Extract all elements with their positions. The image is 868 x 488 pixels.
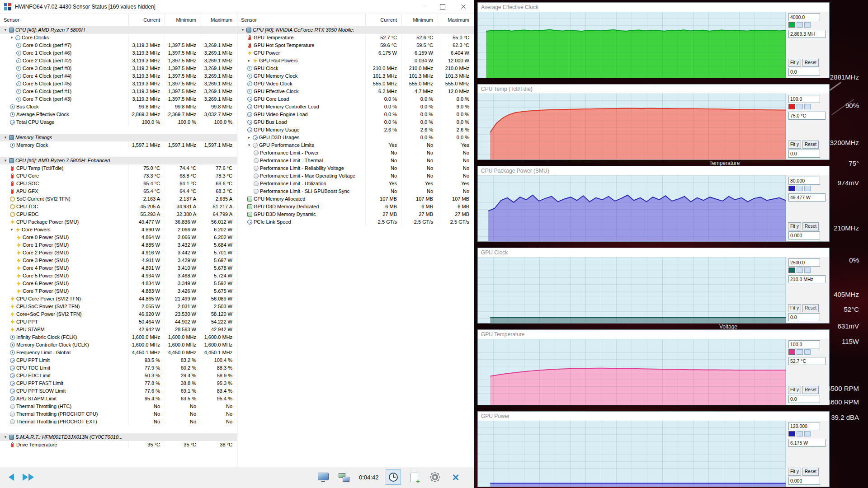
- settings-button[interactable]: [427, 469, 443, 485]
- sensor-row[interactable]: CPU PPT Limit93.5 %83.2 %100.4 %: [0, 357, 237, 364]
- scale-max-input[interactable]: 100.0: [788, 95, 820, 103]
- reset-button[interactable]: Reset: [802, 468, 819, 476]
- sensor-row[interactable]: Core 5 Power (SMU)4.934 W3.468 W5.724 W: [0, 272, 237, 280]
- prev-sensor-button[interactable]: [5, 470, 18, 484]
- scale-min-input[interactable]: 0.0: [788, 313, 820, 321]
- panel-option-button[interactable]: [804, 22, 811, 28]
- sensor-row[interactable]: Bus Clock99.8 MHz99.8 MHz99.8 MHz: [0, 103, 237, 111]
- sensor-group-header[interactable]: ▾GPU [#0]: NVIDIA GeForce RTX 3050 Mobil…: [237, 26, 474, 34]
- sensor-row[interactable]: CPU PPT FAST Limit77.8 %38.8 %95.3 %: [0, 380, 237, 387]
- sensor-row[interactable]: CPU EDC Limit50.3 %29.4 %58.9 %: [0, 372, 237, 380]
- collapse-icon[interactable]: ▾: [3, 134, 8, 141]
- sensor-row[interactable]: Performance Limit - SLI GPUBoost SyncNoN…: [237, 188, 474, 195]
- sensor-row[interactable]: CPU Core Power (SVI2 TFN)44.865 W21.499 …: [0, 295, 237, 303]
- panel-option-button[interactable]: [797, 104, 803, 109]
- collapse-icon[interactable]: ▾: [9, 226, 14, 234]
- sensor-row[interactable]: Memory Clock1,597.1 MHz1,597.1 MHz1,597.…: [0, 141, 237, 149]
- col-current[interactable]: Current: [365, 14, 401, 26]
- col-minimum[interactable]: Minimum: [401, 14, 438, 26]
- sensor-row[interactable]: GPU D3D Memory Dedicated6 MB6 MB6 MB: [237, 203, 474, 211]
- sensor-row[interactable]: Core 3 Clock (perf #8)3,119.3 MHz1,397.5…: [0, 65, 237, 72]
- fit-y-button[interactable]: Fit y: [788, 141, 801, 149]
- expand-icon[interactable]: ▸: [246, 134, 252, 141]
- scale-min-input[interactable]: 0.0: [788, 395, 820, 403]
- col-sensor[interactable]: Sensor: [0, 14, 128, 26]
- sensor-row[interactable]: GPU Video Engine Load0.0 %0.0 %0.0 %: [237, 111, 474, 118]
- titlebar[interactable]: HWiNFO64 v7.02-4430 Sensor Status [169 v…: [0, 0, 474, 14]
- reset-button[interactable]: Reset: [802, 386, 819, 394]
- maximize-button[interactable]: [432, 0, 453, 14]
- remote-monitoring-button[interactable]: [336, 469, 352, 485]
- collapse-icon[interactable]: ▾: [3, 433, 8, 441]
- sensor-row[interactable]: APU STAPM Limit95.4 %63.5 %95.4 %: [0, 395, 237, 403]
- sensor-row[interactable]: Infinity Fabric Clock (FCLK)1,600.0 MHz1…: [0, 333, 237, 341]
- col-current[interactable]: Current: [128, 14, 165, 26]
- sensor-row[interactable]: PCIe Link Speed2.5 GT/s2.5 GT/s2.5 GT/s: [237, 218, 474, 226]
- sensor-row[interactable]: GPU Core Load0.0 %0.0 %0.0 %: [237, 95, 474, 103]
- panel-option-button[interactable]: [797, 267, 803, 273]
- system-summary-button[interactable]: [316, 469, 331, 485]
- fit-y-button[interactable]: Fit y: [788, 304, 801, 312]
- sensor-row[interactable]: ▾Core Powers4.890 W2.066 W6.202 W: [0, 226, 237, 234]
- sensor-row[interactable]: Core 0 Power (SMU)4.864 W2.066 W6.202 W: [0, 234, 237, 241]
- panel-option-button[interactable]: [804, 431, 811, 436]
- sensor-row[interactable]: Average Effective Clock2,869.3 MHz2,369.…: [0, 111, 237, 118]
- sensor-group-header[interactable]: ▾CPU [#0]: AMD Ryzen 7 5800H: Enhanced: [0, 157, 237, 164]
- sensor-row[interactable]: CPU EDC55.293 A32.380 A64.799 A: [0, 211, 237, 218]
- sensor-row[interactable]: GPU Clock210.0 MHz210.0 MHz210.0 MHz: [237, 65, 474, 72]
- scale-max-input[interactable]: 100.0: [788, 340, 820, 348]
- sensor-row[interactable]: Performance Limit - Max Operating Voltag…: [237, 172, 474, 180]
- panel-option-button[interactable]: [804, 349, 811, 355]
- panel-option-button[interactable]: [804, 104, 811, 109]
- sensor-row[interactable]: GPU Memory Allocated107 MB107 MB107 MB: [237, 195, 474, 203]
- fit-y-button[interactable]: Fit y: [788, 222, 801, 230]
- sensor-row[interactable]: GPU Memory Usage2.6 %2.6 %2.6 %: [237, 126, 474, 134]
- sensor-row[interactable]: Core 1 Power (SMU)4.885 W3.432 W5.684 W: [0, 241, 237, 249]
- series-color-swatch[interactable]: [788, 267, 795, 273]
- panel-option-button[interactable]: [797, 431, 803, 436]
- fit-y-button[interactable]: Fit y: [788, 59, 801, 67]
- collapse-icon[interactable]: ▾: [3, 26, 8, 34]
- sensor-row[interactable]: Core 0 Clock (perf #7)3,119.3 MHz1,397.5…: [0, 42, 237, 49]
- reset-button[interactable]: Reset: [802, 141, 819, 149]
- scale-min-input[interactable]: 0.0: [788, 68, 820, 76]
- sensor-row[interactable]: GPU Temperature52.7 °C52.6 °C55.0 °C: [237, 34, 474, 42]
- collapse-icon[interactable]: ▾: [3, 157, 8, 164]
- expand-icon[interactable]: ▸: [246, 57, 252, 65]
- scale-min-input[interactable]: 0.000: [788, 477, 820, 485]
- sensor-row[interactable]: Core 2 Clock (perf #2)3,119.3 MHz1,397.5…: [0, 57, 237, 65]
- series-color-swatch[interactable]: [788, 186, 795, 191]
- sensor-row[interactable]: Core 6 Power (SMU)4.834 W3.349 W5.592 W: [0, 280, 237, 287]
- series-color-swatch[interactable]: [788, 431, 795, 436]
- sensor-row[interactable]: SoC Current (SVI2 TFN)2.163 A2.137 A2.63…: [0, 195, 237, 203]
- reset-clock-button[interactable]: [386, 469, 401, 485]
- sensor-row[interactable]: Core 2 Power (SMU)4.916 W3.442 W5.701 W: [0, 249, 237, 257]
- sensor-row[interactable]: Core 4 Power (SMU)4.891 W3.410 W5.678 W: [0, 264, 237, 272]
- sensor-row[interactable]: Core 1 Clock (perf #6)3,119.3 MHz1,397.5…: [0, 49, 237, 57]
- sensor-group-header[interactable]: ▾CPU [#0]: AMD Ryzen 7 5800H: [0, 26, 237, 34]
- sensor-row[interactable]: Thermal Throttling (PROCHOT CPU)NoNoNo: [0, 410, 237, 418]
- scale-max-input[interactable]: 80.000: [788, 177, 820, 185]
- sensor-row[interactable]: GPU Video Clock555.0 MHz555.0 MHz555.0 M…: [237, 80, 474, 88]
- sensor-row[interactable]: GPU Effective Clock6.2 MHz4.7 MHz12.0 MH…: [237, 88, 474, 95]
- collapse-icon[interactable]: ▾: [240, 26, 245, 34]
- sensor-row[interactable]: GPU Power6.175 W6.159 W6.404 W: [237, 49, 474, 57]
- sensor-row[interactable]: ▸GPU D3D Usages0.0 %0.0 %: [237, 134, 474, 141]
- col-sensor[interactable]: Sensor: [237, 14, 365, 26]
- scale-min-input[interactable]: 0.000: [788, 231, 820, 239]
- sensor-row[interactable]: CPU SOC65.4 °C64.1 °C68.6 °C: [0, 180, 237, 188]
- sensor-row[interactable]: CPU TDC45.205 A34.931 A51.217 A: [0, 203, 237, 211]
- sensor-row[interactable]: ▸GPU Rail Powers0.034 W12.000 W: [237, 57, 474, 65]
- panel-option-button[interactable]: [804, 267, 811, 273]
- close-button[interactable]: [453, 0, 474, 14]
- reset-button[interactable]: Reset: [802, 59, 819, 67]
- sensor-row[interactable]: Memory Controller Clock (UCLK)1,600.0 MH…: [0, 341, 237, 349]
- fit-y-button[interactable]: Fit y: [788, 468, 801, 476]
- col-minimum[interactable]: Minimum: [165, 14, 201, 26]
- sensor-row[interactable]: CPU Core73.3 °C68.8 °C78.3 °C: [0, 172, 237, 180]
- panel-option-button[interactable]: [797, 349, 803, 355]
- sensor-row[interactable]: CPU TDC Limit77.9 %60.2 %88.3 %: [0, 364, 237, 372]
- sensor-row[interactable]: Core 6 Clock (perf #1)3,119.3 MHz1,397.5…: [0, 88, 237, 95]
- sensor-row[interactable]: APU STAPM42.942 W28.563 W42.942 W: [0, 326, 237, 333]
- sensor-row[interactable]: Core 7 Power (SMU)4.883 W3.426 W5.675 W: [0, 287, 237, 295]
